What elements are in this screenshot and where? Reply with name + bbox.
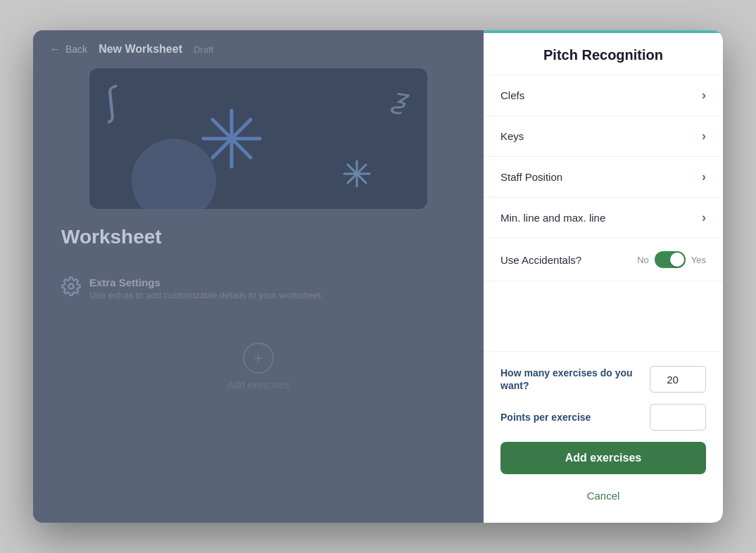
app-frame: ← Back New Worksheet Draft ʃ ƺ	[33, 30, 723, 523]
clefs-label: Clefs	[500, 89, 524, 101]
star-icon-large	[200, 107, 263, 170]
chevron-right-icon: ›	[702, 88, 706, 103]
back-button[interactable]: ← Back	[50, 43, 87, 56]
toggle-no-label: No	[637, 255, 649, 265]
worksheet-title: New Worksheet	[99, 43, 182, 56]
add-exercise-area: + Add exercises	[227, 343, 289, 390]
min-max-line-label: Min. line and max. line	[500, 212, 605, 224]
chevron-right-icon: ›	[702, 210, 706, 225]
accidentals-toggle[interactable]	[655, 251, 686, 268]
back-arrow-icon: ←	[50, 43, 61, 56]
toggle-group: No Yes	[637, 251, 706, 268]
bottom-section: How many exercises do you want? Points p…	[484, 351, 723, 523]
back-label: Back	[65, 44, 87, 55]
chevron-right-icon: ›	[702, 170, 706, 184]
add-exercises-label: Add exercises	[227, 379, 289, 390]
extra-settings-section: Extra Settings Use extras to add customi…	[61, 276, 323, 300]
content-title: Worksheet	[61, 226, 162, 248]
settings-item-accidentals: Use Accidentals? No Yes	[484, 239, 723, 281]
extra-settings-text: Extra Settings Use extras to add customi…	[89, 276, 323, 300]
settings-item-staff-position[interactable]: Staff Position ›	[484, 157, 723, 198]
keys-label: Keys	[500, 130, 524, 142]
draft-badge: Draft	[194, 44, 213, 55]
toggle-knob	[670, 253, 684, 267]
banner-image: ʃ ƺ	[89, 68, 427, 209]
settings-item-keys[interactable]: Keys ›	[484, 116, 723, 157]
banner-decoration: ʃ ƺ	[89, 68, 427, 209]
extra-settings-title: Extra Settings	[89, 276, 323, 288]
cancel-button[interactable]: Cancel	[500, 483, 706, 509]
exercises-count-label: How many exercises do you want?	[500, 367, 641, 392]
gear-icon	[61, 276, 81, 296]
svg-point-8	[69, 284, 74, 289]
chevron-right-icon: ›	[702, 129, 706, 144]
panel-title: Pitch Recognition	[484, 33, 723, 75]
top-bar: ← Back New Worksheet Draft	[33, 30, 484, 68]
settings-list: Clefs › Keys › Staff Position › Min. lin…	[484, 75, 723, 351]
exercises-count-row: How many exercises do you want?	[500, 366, 706, 393]
left-panel: ← Back New Worksheet Draft ʃ ƺ	[33, 30, 484, 523]
points-per-exercise-label: Points per exercise	[500, 412, 591, 423]
add-exercise-button[interactable]: +	[243, 343, 274, 374]
star-icon-small	[343, 160, 371, 188]
settings-item-clefs[interactable]: Clefs ›	[484, 75, 723, 116]
staff-position-label: Staff Position	[500, 171, 562, 183]
main-content: ʃ ƺ	[33, 68, 484, 523]
right-panel: Pitch Recognition Clefs › Keys › Staff P…	[484, 30, 723, 523]
toggle-yes-label: Yes	[691, 255, 706, 265]
add-exercises-button[interactable]: Add exercises	[500, 442, 706, 474]
settings-item-min-max-line[interactable]: Min. line and max. line ›	[484, 198, 723, 239]
points-per-exercise-row: Points per exercise	[500, 404, 706, 431]
points-per-exercise-input[interactable]	[650, 404, 706, 431]
extra-settings-desc: Use extras to add customizable details t…	[89, 290, 323, 300]
accidentals-label: Use Accidentals?	[500, 254, 581, 266]
curly-decoration-1: ʃ	[97, 82, 122, 124]
exercises-count-input[interactable]	[650, 366, 706, 393]
curly-decoration-2: ƺ	[389, 82, 409, 116]
